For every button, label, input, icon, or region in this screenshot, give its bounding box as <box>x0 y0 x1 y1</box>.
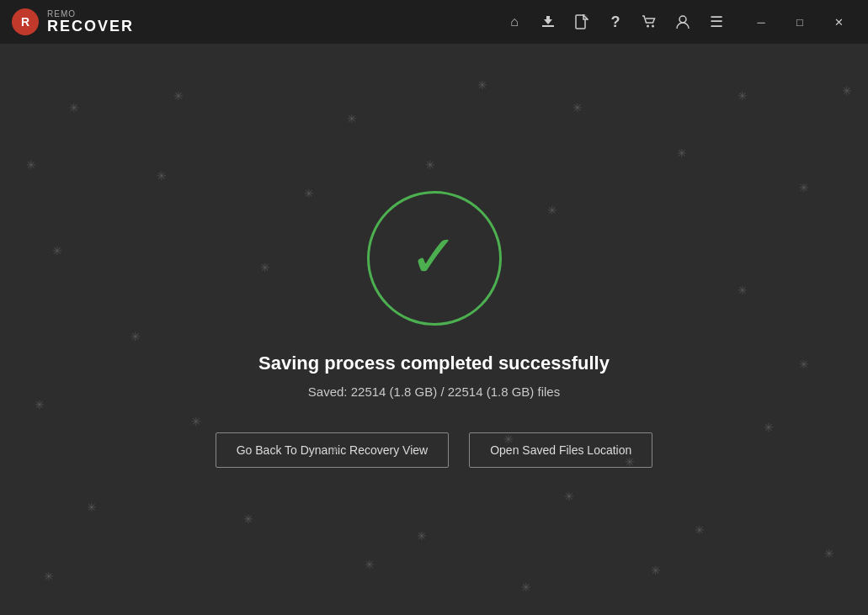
snowflake: ✳ <box>824 547 834 560</box>
home-icon[interactable]: ⌂ <box>499 7 530 37</box>
svg-point-8 <box>647 25 649 28</box>
success-circle: ✓ <box>367 191 502 326</box>
snowflake: ✳ <box>764 421 774 434</box>
snowflake: ✳ <box>130 330 141 343</box>
svg-point-9 <box>652 25 654 28</box>
snowflake: ✳ <box>572 101 583 114</box>
snowflake: ✳ <box>35 398 45 411</box>
snowflake: ✳ <box>425 158 435 172</box>
success-subtitle: Saved: 22514 (1.8 GB) / 22514 (1.8 GB) f… <box>308 384 560 399</box>
svg-rect-4 <box>546 16 550 22</box>
snowflake: ✳ <box>738 284 748 297</box>
snowflake: ✳ <box>799 358 809 371</box>
snowflake: ✳ <box>157 169 167 183</box>
snowflake: ✳ <box>304 187 314 200</box>
main-content: ✳✳✳✳✳✳✳✳✳✳✳✳✳✳✳✳✳✳✳✳✳✳✳✳✳✳✳✳✳✳✳✳✳✳✳ ✓ Sa… <box>0 44 868 615</box>
cart-icon[interactable] <box>634 7 664 37</box>
window-controls: ─ □ ✕ <box>742 7 858 37</box>
success-title: Saving process completed successfully <box>258 353 610 374</box>
snowflake: ✳ <box>738 89 748 103</box>
maximize-button[interactable]: □ <box>780 7 819 37</box>
svg-text:R: R <box>21 15 29 29</box>
snowflake: ✳ <box>365 558 375 571</box>
logo-text: remo RECOVER <box>47 10 134 34</box>
snowflake: ✳ <box>521 581 531 594</box>
snowflake: ✳ <box>44 570 54 583</box>
checkmark-icon: ✓ <box>409 227 459 286</box>
snowflake: ✳ <box>695 523 705 537</box>
snowflake: ✳ <box>87 501 97 514</box>
snowflake: ✳ <box>564 490 574 503</box>
snowflake: ✳ <box>347 112 357 125</box>
file-icon[interactable] <box>567 7 597 37</box>
open-saved-files-button[interactable]: Open Saved Files Location <box>469 432 652 468</box>
snowflake: ✳ <box>26 158 36 172</box>
snowflake: ✳ <box>191 415 201 428</box>
snowflake: ✳ <box>417 529 427 543</box>
snowflake: ✳ <box>547 204 557 217</box>
svg-rect-2 <box>542 25 554 27</box>
logo-recover-label: RECOVER <box>47 19 134 34</box>
title-bar-icons: ⌂ ? <box>499 7 858 37</box>
title-bar: R remo RECOVER ⌂ ? <box>0 0 868 44</box>
help-icon[interactable]: ? <box>600 7 631 37</box>
snowflake: ✳ <box>69 101 79 114</box>
logo-icon: R <box>10 7 40 37</box>
minimize-button[interactable]: ─ <box>742 7 780 37</box>
close-button[interactable]: ✕ <box>819 7 858 37</box>
menu-icon[interactable]: ☰ <box>701 7 732 37</box>
svg-point-10 <box>679 16 686 23</box>
go-back-button[interactable]: Go Back To Dynamic Recovery View <box>216 432 449 468</box>
snowflake: ✳ <box>243 512 253 526</box>
snowflake: ✳ <box>477 78 487 92</box>
download-icon[interactable] <box>533 7 563 37</box>
snowflake: ✳ <box>677 146 687 160</box>
user-icon[interactable] <box>668 7 698 37</box>
snowflake: ✳ <box>52 244 62 257</box>
action-buttons: Go Back To Dynamic Recovery View Open Sa… <box>216 432 653 468</box>
snowflake: ✳ <box>651 564 661 577</box>
snowflake: ✳ <box>842 84 852 98</box>
snowflake: ✳ <box>173 89 184 103</box>
snowflake: ✳ <box>799 181 809 194</box>
snowflake: ✳ <box>260 261 270 274</box>
logo: R remo RECOVER <box>10 7 134 37</box>
